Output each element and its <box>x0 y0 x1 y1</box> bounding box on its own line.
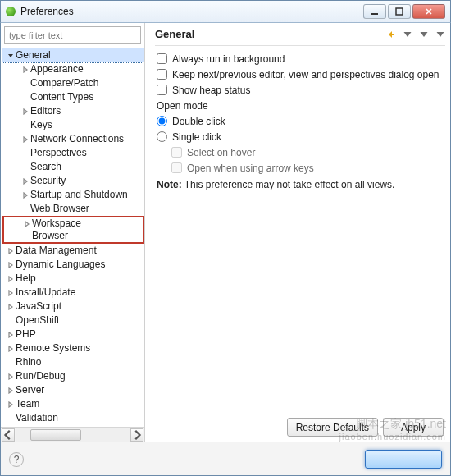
tree-item-label: Install/Update <box>16 286 75 300</box>
close-button[interactable] <box>412 4 445 19</box>
chevron-right-icon[interactable] <box>6 304 16 310</box>
window-titlebar: Preferences <box>0 0 451 23</box>
checkbox-label: Show heap status <box>172 85 250 96</box>
checkbox-label: Select on hover <box>187 147 255 158</box>
chevron-right-icon[interactable] <box>6 290 16 296</box>
preferences-tree[interactable]: GeneralAppearanceCompare/PatchContent Ty… <box>1 48 144 427</box>
chevron-right-icon[interactable] <box>20 66 30 73</box>
chevron-right-icon[interactable] <box>6 346 16 352</box>
chevron-right-icon[interactable] <box>6 262 16 268</box>
chevron-right-icon[interactable] <box>6 387 16 394</box>
chevron-right-icon[interactable] <box>6 401 16 408</box>
apply-button[interactable]: Apply <box>383 418 444 437</box>
tree-item-label: Network Connections <box>30 132 124 146</box>
tree-item[interactable]: Keys <box>2 118 144 132</box>
checkbox-label: Always run in background <box>172 53 285 65</box>
tree-item[interactable]: Data Management <box>2 244 144 258</box>
tree-item-label: Help <box>16 272 36 286</box>
dropdown-icon[interactable] <box>403 30 412 39</box>
tree-item[interactable]: Compare/Patch <box>2 76 144 90</box>
tree-item[interactable]: Server <box>2 383 144 397</box>
tree-item[interactable]: Web Browser <box>2 202 144 216</box>
nav-panel: GeneralAppearanceCompare/PatchContent Ty… <box>1 23 145 442</box>
help-icon[interactable]: ? <box>9 452 24 467</box>
tree-item[interactable]: Help <box>2 272 144 286</box>
scroll-thumb[interactable] <box>30 429 81 441</box>
single-click-radio[interactable]: Single click <box>157 129 444 144</box>
tree-item-label: Server <box>16 383 44 397</box>
tree-item-label: Compare/Patch <box>30 76 98 90</box>
chevron-right-icon[interactable] <box>20 136 30 143</box>
tree-item[interactable]: Startup and Shutdown <box>2 188 144 202</box>
checkbox-label: Keep next/previous editor, view and pers… <box>172 69 440 80</box>
tree-item-label: Run/Debug <box>16 369 66 383</box>
tree-item[interactable]: General <box>2 48 144 62</box>
tree-item[interactable]: Run/Debug <box>2 369 144 383</box>
tree-item-label: Search <box>30 160 61 174</box>
tree-item-label: Content Types <box>30 90 93 104</box>
dialog-footer: ? <box>0 442 451 476</box>
chevron-right-icon[interactable] <box>6 373 16 380</box>
radio-label: Double click <box>172 116 226 127</box>
chevron-right-icon[interactable] <box>20 108 30 115</box>
keep-dialog-checkbox[interactable]: Keep next/previous editor, view and pers… <box>157 66 444 82</box>
open-arrow-keys-checkbox: Open when using arrow keys <box>171 160 444 176</box>
tree-item-label: Security <box>30 174 66 188</box>
maximize-button[interactable] <box>388 4 411 19</box>
tree-item[interactable]: Team <box>2 397 144 411</box>
scroll-track[interactable] <box>16 428 130 442</box>
tree-item[interactable]: Search <box>2 160 144 174</box>
tree-item-label: Web <box>16 425 35 427</box>
tree-item[interactable]: Validation <box>2 411 144 425</box>
minimize-button[interactable] <box>363 4 386 19</box>
tree-item-label: Validation <box>16 411 58 425</box>
chevron-right-icon[interactable] <box>6 332 16 338</box>
tree-item-label: Editors <box>30 104 61 118</box>
show-heap-checkbox[interactable]: Show heap status <box>157 82 444 98</box>
tree-item[interactable]: Content Types <box>2 90 144 104</box>
tree-item[interactable]: Rhino <box>2 355 144 369</box>
tree-item[interactable]: Web <box>2 425 144 427</box>
chevron-right-icon[interactable] <box>20 178 30 185</box>
tree-item-label: Dynamic Languages <box>16 258 105 272</box>
tree-item-label: Rhino <box>16 355 41 369</box>
restore-defaults-button[interactable]: Restore Defaults <box>287 418 378 437</box>
dropdown-icon[interactable] <box>419 30 429 39</box>
tree-item-label: OpenShift <box>16 314 59 327</box>
tree-item[interactable]: Browser <box>2 230 144 244</box>
filter-input[interactable] <box>4 26 141 44</box>
tree-item[interactable]: Network Connections <box>2 132 144 146</box>
window-title: Preferences <box>20 6 363 17</box>
tree-item[interactable]: Remote Systems <box>2 341 144 355</box>
double-click-radio[interactable]: Double click <box>157 113 444 129</box>
tree-horizontal-scrollbar[interactable] <box>1 427 144 442</box>
scroll-left-icon[interactable] <box>2 428 15 442</box>
chevron-right-icon[interactable] <box>20 192 30 199</box>
dropdown-icon[interactable] <box>435 30 445 39</box>
tree-item-label: Data Management <box>16 244 97 258</box>
tree-item[interactable]: OpenShift <box>2 314 144 327</box>
tree-item-label: Perspectives <box>30 146 87 160</box>
tree-item[interactable]: PHP <box>2 327 144 341</box>
tree-item-label: Startup and Shutdown <box>30 188 128 202</box>
tree-item[interactable]: Install/Update <box>2 286 144 300</box>
tree-item[interactable]: JavaScript <box>2 300 144 314</box>
tree-item[interactable]: Editors <box>2 104 144 118</box>
tree-item-label: PHP <box>16 327 36 341</box>
tree-item[interactable]: Perspectives <box>2 146 144 160</box>
chevron-right-icon[interactable] <box>6 248 16 254</box>
ok-button[interactable] <box>365 450 442 469</box>
tree-item[interactable]: Dynamic Languages <box>2 258 144 272</box>
chevron-right-icon[interactable] <box>22 221 32 227</box>
tree-item-label: Appearance <box>30 62 84 76</box>
chevron-right-icon[interactable] <box>6 276 16 282</box>
chevron-down-icon[interactable] <box>6 53 16 59</box>
back-icon[interactable] <box>386 30 396 39</box>
scroll-right-icon[interactable] <box>130 428 144 442</box>
always-run-bg-checkbox[interactable]: Always run in background <box>157 51 444 66</box>
tree-item-label: Workspace <box>32 217 81 230</box>
checkbox-label: Open when using arrow keys <box>187 162 314 174</box>
tree-item[interactable]: Workspace <box>2 216 144 230</box>
tree-item[interactable]: Security <box>2 174 144 188</box>
tree-item[interactable]: Appearance <box>2 62 144 76</box>
